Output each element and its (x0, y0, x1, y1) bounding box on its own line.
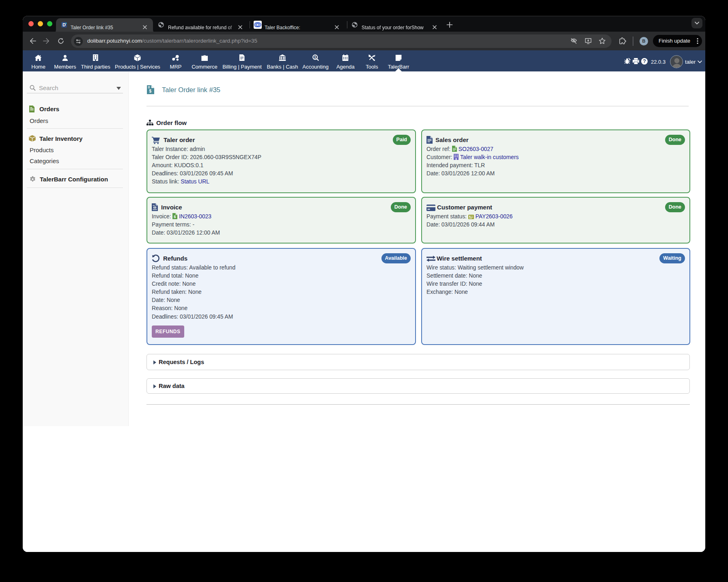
svg-text:$: $ (314, 55, 316, 59)
svg-text:$: $ (174, 215, 176, 219)
svg-text:$: $ (149, 89, 152, 93)
